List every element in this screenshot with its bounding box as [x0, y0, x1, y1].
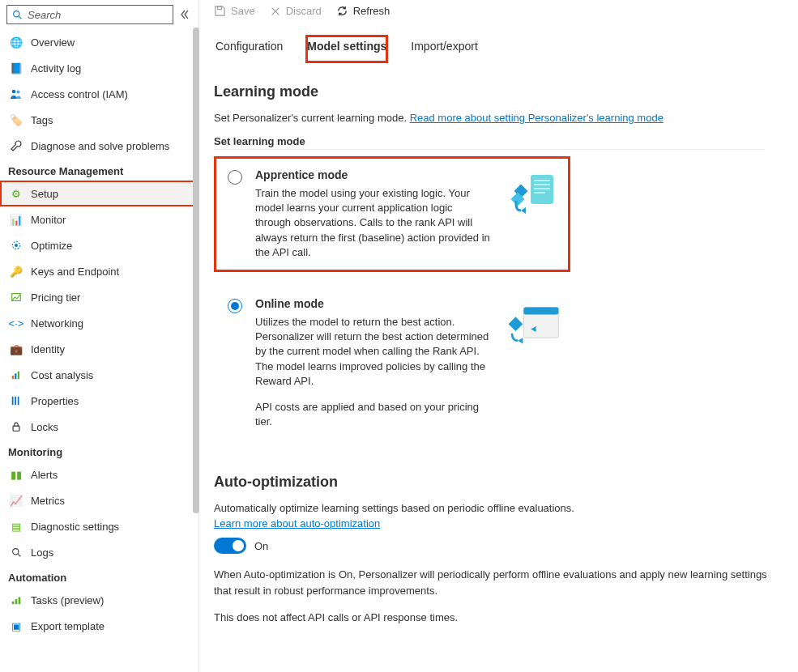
sidebar-item-label: Overview — [31, 36, 75, 49]
logs-icon — [10, 546, 23, 559]
online-desc: Utilizes the model to return the best ac… — [255, 315, 490, 389]
sidebar-item-activity-log[interactable]: 📘 Activity log — [0, 55, 198, 81]
save-button[interactable]: Save — [214, 5, 255, 17]
discard-icon — [270, 6, 281, 17]
pricing-icon — [10, 291, 23, 304]
sidebar-item-tasks[interactable]: Tasks (preview) — [0, 587, 198, 613]
svg-rect-12 — [18, 397, 19, 406]
apprentice-desc: Train the model using your existing logi… — [255, 186, 490, 260]
sidebar-item-tags[interactable]: 🏷️ Tags — [0, 107, 198, 133]
sidebar-item-label: Alerts — [31, 469, 58, 481]
sidebar-section-automation: Automation — [0, 565, 198, 587]
svg-rect-7 — [12, 376, 14, 379]
online-mode-card[interactable]: Online mode Utilizes the model to return… — [214, 285, 570, 441]
sidebar-item-pricing[interactable]: Pricing tier — [0, 284, 198, 310]
sidebar-item-metrics[interactable]: 📈 Metrics — [0, 487, 198, 513]
apprentice-radio[interactable] — [228, 170, 242, 185]
search-icon — [12, 10, 23, 20]
globe-icon: 🌐 — [10, 36, 23, 49]
sidebar-item-label: Pricing tier — [31, 291, 80, 304]
svg-rect-21 — [534, 180, 550, 181]
online-radio[interactable] — [228, 299, 242, 313]
sidebar-item-access-control[interactable]: Access control (IAM) — [0, 81, 198, 107]
sidebar-item-label: Properties — [31, 395, 79, 407]
svg-rect-11 — [15, 397, 16, 406]
sidebar-item-alerts[interactable]: ▮▮ Alerts — [0, 461, 198, 487]
sidebar-item-keys[interactable]: 🔑 Keys and Endpoint — [0, 258, 198, 284]
alerts-icon: ▮▮ — [10, 468, 23, 481]
scrollbar-thumb[interactable] — [193, 28, 199, 513]
svg-point-2 — [12, 90, 16, 94]
sidebar-item-identity[interactable]: 💼 Identity — [0, 336, 198, 362]
lock-icon — [10, 420, 23, 433]
svg-point-14 — [12, 548, 18, 554]
sidebar-item-label: Optimize — [31, 240, 72, 252]
svg-rect-23 — [534, 188, 550, 189]
metrics-icon: 📈 — [10, 494, 23, 507]
search-input[interactable] — [28, 9, 168, 21]
sidebar-item-overview[interactable]: 🌐 Overview — [0, 29, 198, 55]
sidebar-item-monitor[interactable]: 📊 Monitor — [0, 206, 198, 232]
learning-mode-link[interactable]: Read more about setting Personalizer's l… — [410, 112, 664, 124]
search-box[interactable] — [6, 5, 173, 24]
auto-opt-toggle[interactable] — [214, 538, 246, 554]
svg-rect-16 — [12, 602, 15, 605]
sidebar-item-label: Locks — [31, 421, 58, 433]
auto-opt-toggle-label: On — [254, 540, 268, 552]
sidebar-item-label: Monitor — [31, 214, 66, 226]
svg-rect-17 — [15, 599, 18, 604]
learning-mode-desc-text: Set Personalizer's current learning mode… — [214, 112, 410, 124]
sidebar-item-networking[interactable]: <·> Networking — [0, 310, 198, 336]
auto-optimization-section: Auto-optimization Automatically optimize… — [214, 454, 798, 637]
sidebar: 🌐 Overview 📘 Activity log Access control… — [0, 0, 199, 672]
apprentice-title: Apprentice mode — [255, 168, 490, 181]
set-learning-mode-label: Set learning mode — [214, 135, 765, 150]
svg-rect-18 — [19, 598, 21, 605]
apprentice-mode-card[interactable]: Apprentice mode Train the model using yo… — [214, 156, 570, 272]
sidebar-item-cost[interactable]: Cost analysis — [0, 362, 198, 388]
svg-rect-19 — [218, 6, 222, 10]
learning-mode-section: Learning mode Set Personalizer's current… — [214, 64, 798, 454]
tab-import-export[interactable]: Import/export — [409, 35, 479, 63]
sidebar-item-logs[interactable]: Logs — [0, 539, 198, 565]
sidebar-item-properties[interactable]: Properties — [0, 388, 198, 414]
refresh-button[interactable]: Refresh — [336, 5, 390, 17]
sidebar-item-label: Setup — [31, 188, 58, 200]
discard-button[interactable]: Discard — [270, 5, 322, 17]
gear-icon: ⚙ — [10, 187, 23, 200]
sidebar-item-diagnose[interactable]: Diagnose and solve problems — [0, 133, 198, 159]
log-icon: 📘 — [10, 62, 23, 74]
main-content: Save Discard Refresh Configuration Model… — [199, 0, 798, 672]
svg-point-3 — [17, 91, 20, 94]
monitor-icon: 📊 — [10, 213, 23, 226]
export-icon: ▣ — [10, 619, 23, 632]
svg-rect-28 — [523, 308, 558, 315]
sidebar-section-monitoring: Monitoring — [0, 440, 198, 461]
save-icon — [214, 5, 226, 17]
sidebar-item-diagnostic-settings[interactable]: ▤ Diagnostic settings — [0, 513, 198, 539]
sidebar-item-label: Diagnose and solve problems — [31, 140, 169, 152]
learning-mode-desc: Set Personalizer's current learning mode… — [214, 112, 798, 124]
auto-opt-link[interactable]: Learn more about auto-optimization — [214, 517, 380, 530]
svg-rect-8 — [15, 373, 16, 379]
svg-point-0 — [14, 11, 19, 16]
auto-opt-desc: Automatically optimize learning settings… — [214, 502, 781, 514]
collapse-sidebar-icon[interactable] — [180, 10, 190, 19]
svg-rect-10 — [12, 397, 14, 406]
sidebar-item-export-template[interactable]: ▣ Export template — [0, 613, 198, 639]
sidebar-item-optimize[interactable]: Optimize — [0, 232, 198, 258]
sidebar-item-label: Activity log — [31, 62, 81, 74]
wrench-icon — [10, 139, 23, 152]
sidebar-item-label: Logs — [31, 547, 53, 559]
tab-configuration[interactable]: Configuration — [214, 35, 284, 63]
diagnostic-icon: ▤ — [10, 520, 23, 533]
tag-icon: 🏷️ — [10, 113, 23, 126]
sidebar-section-resource-management: Resource Management — [0, 159, 198, 181]
cost-icon — [10, 368, 23, 381]
scrollbar-track[interactable] — [193, 28, 199, 672]
tab-model-settings[interactable]: Model settings — [305, 35, 388, 63]
sidebar-item-label: Keys and Endpoint — [31, 266, 119, 278]
sidebar-item-setup[interactable]: ⚙ Setup — [0, 181, 198, 206]
sidebar-item-locks[interactable]: Locks — [0, 414, 198, 440]
refresh-icon — [336, 5, 348, 17]
